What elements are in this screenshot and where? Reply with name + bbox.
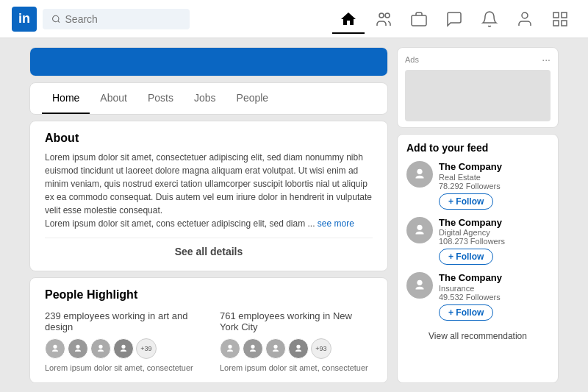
tab-about[interactable]: About [90,83,137,114]
about-text: Lorem ipsum dolor sit amet, consectetuer… [45,151,373,230]
about-title: About [45,132,373,145]
user-icon [516,10,534,28]
avatar-6 [243,338,263,359]
avatar-2 [68,338,88,359]
tab-people[interactable]: People [226,83,279,114]
person-icon-4 [118,343,129,354]
bell-icon [481,10,498,28]
people-highlight-title: People Highlight [45,288,373,302]
people-col-2: 761 employees working in New York City [220,310,373,372]
ads-image [405,70,551,121]
svg-rect-8 [553,21,559,26]
ads-label: Ads [405,55,419,64]
feed-follow-button-3[interactable]: + Follow [439,304,493,321]
profile-banner [30,48,387,76]
feed-info-1: The Company Real Estate 78.292 Followers… [439,161,549,210]
sidebar-right: Ads ··· Add to your feed The Company Rea… [397,47,559,383]
avatar-more-1: +39 [136,338,157,359]
nav-jobs[interactable] [403,7,435,31]
search-bar-container [43,9,190,29]
avatars-row-2: +93 [220,338,373,359]
feed-info-2: The Company Digital Agency 108.273 Follo… [439,217,549,266]
person-icon-6 [247,343,259,354]
about-section: About Lorem ipsum dolor sit amet, consec… [29,121,388,271]
feed-person-icon-3 [412,277,428,293]
nav-home[interactable] [332,7,365,31]
nav-icons [332,7,576,31]
feed-sub-1: Real Estate 78.292 Followers [439,173,549,190]
avatar-5 [220,338,240,359]
svg-point-3 [385,13,390,18]
grid-icon [551,10,569,28]
nav-messaging[interactable] [438,7,470,31]
feed-person-icon-2 [412,222,428,238]
people-col2-title: 761 employees working in New York City [220,310,373,332]
search-input[interactable] [65,13,181,25]
people-icon [375,10,392,28]
nav-notifications[interactable] [473,7,506,31]
avatar-more-2: +93 [311,338,331,359]
ads-menu-button[interactable]: ··· [542,54,551,65]
person-icon-8 [293,343,304,354]
linkedin-logo[interactable]: in [12,7,37,32]
people-col-1: 239 employees working in art and design [45,310,198,372]
tab-posts[interactable]: Posts [137,83,184,114]
tabs-bar: Home About Posts Jobs People [29,82,388,115]
briefcase-icon [410,10,428,28]
see-more-link[interactable]: see more [318,218,354,229]
svg-point-2 [379,13,384,18]
nav-profile[interactable] [509,7,541,31]
profile-card: The Company Commercial Real Estate · 6.7… [29,47,388,76]
people-col1-title: 239 employees working in art and design [45,310,198,332]
nav-grid[interactable] [544,7,576,31]
feed-follow-button-2[interactable]: + Follow [439,249,493,265]
feed-avatar-3 [406,272,433,299]
svg-rect-4 [412,15,426,26]
avatars-row-1: +39 [45,338,198,359]
avatar-3 [90,338,111,359]
feed-avatar-1 [406,161,433,188]
feed-person-icon-1 [412,166,428,182]
svg-rect-7 [562,13,567,18]
view-all-button[interactable]: View all recommendation [406,328,549,341]
home-icon [340,10,357,28]
nav-network[interactable] [368,7,400,31]
svg-point-5 [522,13,528,18]
feed-sub-2: Digital Agency 108.273 Followers [439,228,549,246]
chat-icon [445,10,463,28]
feed-item-2: The Company Digital Agency 108.273 Follo… [406,217,549,266]
svg-point-0 [53,15,59,21]
people-columns: 239 employees working in art and design [45,310,373,372]
tab-jobs[interactable]: Jobs [184,83,226,114]
avatar-4 [113,338,134,359]
see-all-details-button[interactable]: See all details [45,238,373,260]
person-icon-2 [72,343,84,354]
feed-sub-3: Insurance 49.532 Followers [439,284,549,302]
svg-rect-6 [553,13,559,18]
feed-title: Add to your feed [406,142,549,154]
feed-item-1: The Company Real Estate 78.292 Followers… [406,161,549,210]
feed-name-3: The Company [439,272,549,284]
ads-header: Ads ··· [405,54,551,65]
people-col2-desc: Lorem ipsum dolor sit amet, consectetuer [220,363,373,372]
feed-info-3: The Company Insurance 49.532 Followers +… [439,272,549,321]
feed-name-2: The Company [439,217,549,229]
avatar-7 [265,338,286,359]
tab-home[interactable]: Home [42,83,90,114]
people-col1-desc: Lorem ipsum dolor sit amet, consectetuer [45,363,198,372]
search-icon [51,14,61,24]
svg-rect-9 [562,21,567,26]
avatar-8 [288,338,309,359]
feed-avatar-2 [406,217,433,243]
feed-follow-button-1[interactable]: + Follow [439,193,493,210]
svg-line-1 [58,21,60,22]
person-icon-1 [49,343,61,354]
feed-box: Add to your feed The Company Real Estate… [397,134,559,383]
feed-name-1: The Company [439,161,549,173]
person-icon-3 [95,343,107,354]
person-icon-5 [224,343,236,354]
feed-item-3: The Company Insurance 49.532 Followers +… [406,272,549,321]
content-left: The Company Commercial Real Estate · 6.7… [29,47,388,383]
avatar-1 [45,338,65,359]
navbar: in [0,0,588,38]
